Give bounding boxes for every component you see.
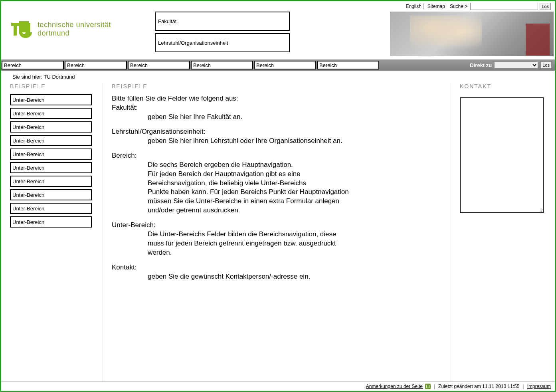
kontakt-input[interactable] xyxy=(460,97,544,213)
direkt-zu-go-button[interactable]: Los xyxy=(540,61,552,69)
logo-text: technische universität dortmund xyxy=(38,21,111,37)
bereich-label: Bereich: xyxy=(112,151,438,160)
unter-text: Die Unter-Bereichs Felder bilden die Ber… xyxy=(148,230,438,257)
header: technische universität dortmund xyxy=(1,12,555,56)
sub-area-input-5[interactable] xyxy=(10,162,92,173)
divider xyxy=(103,83,103,382)
sitemap-link[interactable]: Sitemap xyxy=(425,4,447,9)
fak-label: Fakultät: xyxy=(112,103,438,113)
faculty-input[interactable] xyxy=(155,12,290,31)
hero-image xyxy=(390,12,554,56)
search-label: Suche > xyxy=(449,4,469,9)
nav-area-input-1[interactable] xyxy=(65,61,127,69)
direkt-zu-label: Direkt zu xyxy=(470,62,492,68)
sub-area-input-8[interactable] xyxy=(10,203,92,214)
sub-area-input-4[interactable] xyxy=(10,148,92,160)
svg-rect-2 xyxy=(21,23,24,32)
nav-area-input-5[interactable] xyxy=(317,61,379,69)
sub-area-input-7[interactable] xyxy=(10,189,92,200)
fak-text: geben Sie hier Ihre Fakultät an. xyxy=(148,113,438,122)
chair-input[interactable] xyxy=(155,33,290,52)
logo: technische universität dortmund xyxy=(11,20,111,39)
right-sidebar: KONTAKT xyxy=(460,83,552,382)
nav-area-input-3[interactable] xyxy=(191,61,253,69)
nav-area-input-0[interactable] xyxy=(2,61,64,69)
sub-area-input-6[interactable] xyxy=(10,176,92,187)
main-content: BEISPIELE Bitte füllen Sie die Felder wi… xyxy=(112,83,442,382)
footer: Anmerkungen zu der Seite | Zuletzt geänd… xyxy=(1,382,555,391)
anmerkungen-link[interactable]: Anmerkungen zu der Seite xyxy=(366,384,423,389)
last-changed: Zuletzt geändert am 11.11 2010 11:55 xyxy=(438,384,519,389)
kontakt-text: geben Sie die gewünscht Kontaktperson/-a… xyxy=(148,272,438,281)
sub-area-input-9[interactable] xyxy=(10,216,92,228)
sidebar-title: BEISPIELE xyxy=(10,83,94,89)
top-utility-bar: English Sitemap Suche > Los xyxy=(1,1,555,12)
sub-area-input-0[interactable] xyxy=(10,94,92,105)
external-link-icon xyxy=(425,384,431,389)
sub-area-input-2[interactable] xyxy=(10,121,92,133)
intro-text: Bitte füllen Sie die Felder wie folgend … xyxy=(112,94,438,103)
nav-area-input-4[interactable] xyxy=(254,61,316,69)
left-sidebar: BEISPIELE xyxy=(10,83,94,382)
sub-area-input-1[interactable] xyxy=(10,108,92,119)
english-link[interactable]: English xyxy=(404,4,423,9)
bereich-text: Die sechs Bereich ergeben die Hauptnavig… xyxy=(148,160,438,216)
divider xyxy=(451,83,451,382)
search-go-button[interactable]: Los xyxy=(540,3,551,10)
nav-area-input-2[interactable] xyxy=(128,61,190,69)
tu-logo-icon xyxy=(11,20,33,39)
sub-area-input-3[interactable] xyxy=(10,135,92,146)
svg-rect-1 xyxy=(14,23,17,36)
main-title: BEISPIELE xyxy=(112,83,438,89)
unter-label: Unter-Bereich: xyxy=(112,221,438,230)
direkt-zu-select[interactable] xyxy=(494,61,538,69)
impressum-link[interactable]: Impressum xyxy=(527,384,551,389)
breadcrumb: Sie sind hier: TU Dortmund xyxy=(1,71,555,83)
lehr-text: geben Sie hier ihren Lehrstuhl oder Ihre… xyxy=(148,137,438,146)
kontakt-label: Kontakt: xyxy=(112,263,438,272)
kontakt-title: KONTAKT xyxy=(460,83,552,89)
main-nav: Direkt zu Los xyxy=(1,59,555,71)
svg-rect-3 xyxy=(27,23,30,32)
lehr-label: Lehrstuhl/Organisationseinheit: xyxy=(112,127,438,137)
search-input[interactable] xyxy=(470,3,538,10)
